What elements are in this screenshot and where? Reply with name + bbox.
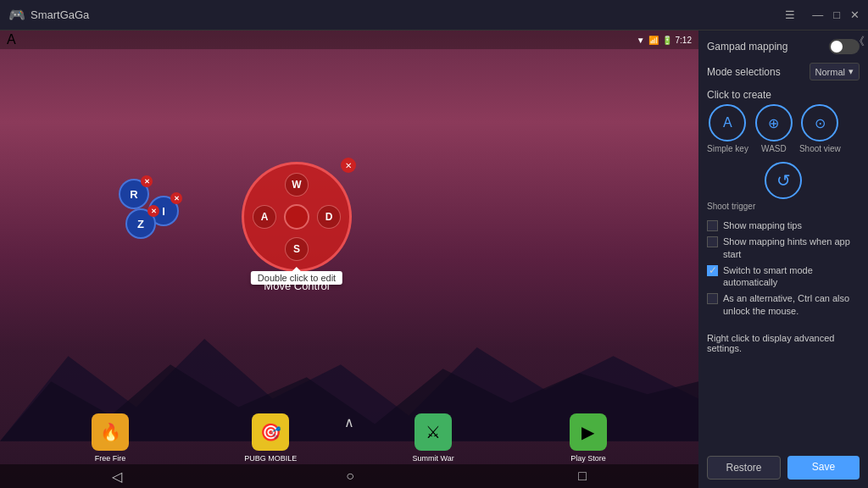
gampad-label: Gampad mapping	[707, 41, 787, 53]
key-z-button[interactable]: Z ✕	[125, 208, 156, 239]
key-z-label: Z	[137, 218, 144, 230]
create-btn-shoot-view[interactable]: ⊙ Shoot view	[799, 104, 841, 153]
create-label: Click to create	[707, 89, 860, 101]
key-d-button[interactable]: D	[317, 205, 341, 229]
shoot-trigger-button[interactable]: ↺	[707, 162, 860, 199]
checkboxes-section: Show mapping tips Show mapping hints whe…	[707, 219, 860, 321]
create-btn-circle: ⊙	[801, 104, 838, 141]
main-content: A ▼ 📶 🔋 7:12 R ✕ I ✕ Z	[0, 30, 868, 488]
back-button[interactable]: ◁	[112, 469, 122, 485]
right-panel: 《 Gampad mapping Mode selections Normal …	[698, 30, 868, 488]
minimize-button[interactable]: —	[812, 8, 823, 21]
recent-button[interactable]: □	[578, 469, 587, 484]
app-icon-free-fire[interactable]: 🔥 Free Fire	[92, 413, 129, 463]
key-r-label: R	[130, 188, 137, 201]
mode-select[interactable]: Normal ▾	[810, 63, 860, 80]
shoot-trigger-label: Shoot trigger	[707, 202, 860, 211]
checkbox-label-3: As an alternative, Ctrl can also unlock …	[723, 292, 860, 317]
create-btn-wasd[interactable]: ⊕ WASD	[755, 104, 793, 153]
key-i-close-icon[interactable]: ✕	[170, 192, 182, 204]
app-label: Free Fire	[95, 454, 126, 463]
move-control-close-icon[interactable]: ✕	[341, 158, 356, 173]
move-control-label: Move Control	[264, 280, 329, 292]
mode-arrow-icon: ▾	[849, 66, 854, 77]
checkbox-3[interactable]	[707, 293, 718, 304]
status-right: ▼ 📶 🔋 7:12	[637, 36, 692, 45]
toggle-knob	[831, 41, 843, 53]
mode-selection-row: Mode selections Normal ▾	[707, 63, 860, 80]
checkbox-label-1: Show mapping hints when app start	[723, 236, 860, 260]
checkbox-0[interactable]	[707, 220, 718, 231]
app-title: SmartGaGa	[31, 8, 89, 21]
create-btn-label: WASD	[761, 144, 787, 153]
battery-icon: 🔋	[662, 36, 672, 45]
gampad-mapping-row: Gampad mapping	[707, 39, 860, 54]
mode-value: Normal	[815, 67, 845, 77]
nav-bar: ◁ ○ □	[0, 464, 698, 488]
app-img: ⚔	[415, 413, 452, 451]
checkbox-label-2: Switch to smart mode automatically	[723, 264, 860, 289]
save-button[interactable]: Save	[787, 456, 860, 480]
app-logo-icon: 🎮	[8, 7, 25, 23]
move-control[interactable]: ✕ W A S D Double click to edit Move Cont…	[242, 162, 352, 272]
app-img: 🎯	[252, 413, 289, 451]
app-label: PUBG MOBILE	[244, 454, 297, 463]
home-button[interactable]: ○	[346, 469, 354, 484]
create-buttons: A Simple key ⊕ WASD ⊙ Shoot view	[707, 104, 860, 153]
key-r-button[interactable]: R ✕	[119, 179, 149, 209]
checkbox-row-0: Show mapping tips	[707, 219, 860, 231]
create-section: Click to create A Simple key ⊕ WASD ⊙ Sh…	[707, 89, 860, 153]
title-bar-controls: ☰ — □ ✕	[785, 8, 860, 21]
move-control-center	[284, 204, 309, 230]
app-dock: 🔥 Free Fire 🎯 PUBG MOBILE ⚔ Summit War ▶…	[0, 413, 698, 463]
emulator-area: A ▼ 📶 🔋 7:12 R ✕ I ✕ Z	[0, 30, 698, 488]
create-btn-label: Shoot view	[799, 144, 841, 153]
checkbox-row-3: As an alternative, Ctrl can also unlock …	[707, 292, 860, 317]
shoot-trigger-icon: ↺	[765, 162, 802, 199]
title-bar: 🎮 SmartGaGa ☰ — □ ✕	[0, 0, 868, 30]
wifi-icon: ▼	[637, 36, 645, 45]
key-i-label: I	[162, 205, 165, 218]
key-r-close-icon[interactable]: ✕	[141, 175, 153, 187]
checkbox-label-0: Show mapping tips	[723, 219, 802, 231]
menu-icon[interactable]: ☰	[785, 8, 795, 21]
create-btn-simple-key[interactable]: A Simple key	[707, 104, 748, 153]
app-icon-summit-war[interactable]: ⚔ Summit War	[413, 413, 454, 463]
create-btn-circle: ⊕	[755, 104, 793, 141]
key-w-button[interactable]: W	[285, 173, 309, 197]
maximize-button[interactable]: □	[833, 8, 840, 21]
app-label: Play Store	[570, 454, 606, 463]
close-button[interactable]: ✕	[850, 8, 860, 21]
shoot-trigger-section: ↺ Shoot trigger	[707, 162, 860, 211]
title-bar-left: 🎮 SmartGaGa	[8, 7, 89, 23]
checkbox-1[interactable]	[707, 236, 718, 247]
checkbox-row-1: Show mapping hints when app start	[707, 236, 860, 260]
app-img: ▶	[570, 413, 607, 451]
gampad-toggle[interactable]	[829, 39, 860, 54]
advanced-settings-text: Right click to display advanced settings…	[707, 333, 860, 353]
create-btn-circle: A	[709, 104, 746, 141]
panel-footer: Restore Save	[707, 449, 860, 480]
create-btn-label: Simple key	[707, 144, 748, 153]
app-icon-play-store[interactable]: ▶ Play Store	[570, 413, 607, 463]
app-label: Summit War	[413, 454, 454, 463]
status-bar: A ▼ 📶 🔋 7:12	[0, 30, 698, 49]
key-z-close-icon[interactable]: ✕	[147, 205, 159, 217]
key-s-button[interactable]: S	[285, 237, 309, 261]
app-img: 🔥	[92, 413, 129, 451]
status-left: A	[7, 32, 16, 47]
mode-label: Mode selections	[707, 66, 781, 78]
clock: 7:12	[676, 36, 692, 45]
app-icon-pubg-mobile[interactable]: 🎯 PUBG MOBILE	[244, 413, 297, 463]
key-a-button[interactable]: A	[253, 205, 276, 229]
move-control-circle[interactable]: ✕ W A S D Double click to edit	[242, 162, 352, 272]
checkbox-row-2: ✓ Switch to smart mode automatically	[707, 264, 860, 289]
restore-button[interactable]: Restore	[707, 456, 781, 480]
checkbox-2[interactable]: ✓	[707, 265, 718, 276]
signal-icon: 📶	[648, 36, 659, 45]
